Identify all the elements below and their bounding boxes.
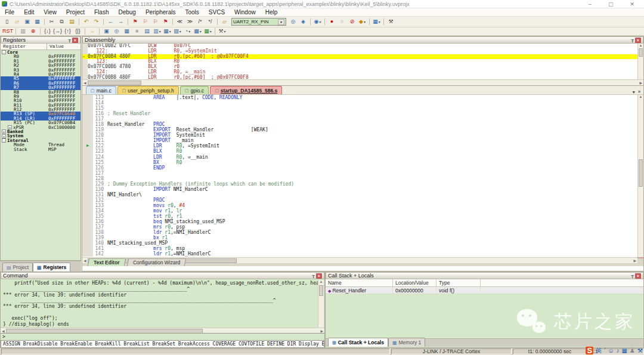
menu-peripherals[interactable]: Peripherals (141, 9, 181, 16)
dropdown-arrow-icon[interactable]: ▾ (210, 29, 212, 33)
tab-memory-1[interactable]: ▦ Memory 1 (388, 338, 425, 347)
code-line[interactable]: 124 LDR R0, =__main (82, 155, 643, 160)
command-output[interactable]: printf("Used size in other HEAPs: %4d (c… (1, 279, 324, 327)
file-tab-user-periph-setup-h[interactable]: ▢user_periph_setup.h (117, 86, 179, 94)
code-line[interactable]: 135 tst r0, r1 (82, 214, 643, 219)
debug-toolbox-button[interactable]: ⚒▾ (218, 27, 227, 35)
command-window-toggle-button[interactable]: ▣ (102, 27, 111, 35)
file-tab-gpio-c[interactable]: ▢gpio.c (180, 86, 209, 94)
window-layout-button[interactable]: ▦▾ (372, 18, 381, 26)
code-editor[interactable]: 113 AREA |.text|, CODE, READONLY11411511… (82, 95, 643, 257)
code-line[interactable]: 129; Dummy Exception Handlers (infinite … (82, 181, 643, 187)
find-button[interactable]: ◎ (289, 18, 298, 26)
registers-window-button[interactable]: ≡ (132, 27, 141, 35)
breakpoint-list-button[interactable]: ◆▾ (358, 18, 367, 26)
disable-breakpoint-button[interactable]: ○ (338, 18, 346, 26)
paste-button[interactable]: ▤ (67, 18, 76, 26)
menu-project[interactable]: Project (61, 9, 89, 16)
stop-button[interactable]: ⊗ (29, 27, 38, 35)
file-tab-startup-da14585-586-s[interactable]: ▢startup_DA14585_586.s (210, 86, 282, 94)
dropdown-arrow-icon[interactable]: ▾ (179, 29, 181, 33)
system-viewer-button[interactable]: ▦▾ (203, 27, 212, 35)
code-line[interactable]: 115 (82, 106, 643, 111)
tab-call-stack-locals[interactable]: ⊞ Call Stack + Locals (328, 338, 388, 347)
code-line[interactable]: 113 AREA |.text|, CODE, READONLY (82, 95, 643, 100)
run-button[interactable]: ▥ (18, 27, 27, 35)
pin-icon[interactable]: ┰ (631, 38, 634, 42)
register-row[interactable]: -Internal (1, 138, 80, 143)
code-line[interactable]: 117 (82, 116, 643, 122)
dropdown-arrow-icon[interactable]: ▾ (159, 29, 161, 33)
code-line[interactable]: 133 movs r0, #4 (82, 203, 643, 208)
close-icon[interactable]: ✕ (316, 273, 322, 279)
comment-selection-button[interactable]: /* (196, 18, 205, 26)
file-tab-main-c[interactable]: ▢main.c (86, 86, 116, 94)
watch-window-button[interactable]: ▥▾ (153, 27, 162, 35)
menu-help[interactable]: Help (261, 9, 283, 16)
serial-window-button[interactable]: ▨▾ (173, 27, 182, 35)
menu-file[interactable]: File (0, 9, 19, 16)
skin-icon[interactable]: ♟ (630, 348, 635, 354)
menu-svcs[interactable]: SVCS (204, 9, 230, 16)
dropdown-arrow-icon[interactable]: ▾ (319, 20, 321, 24)
command-input[interactable]: > (1, 333, 324, 340)
collapse-icon[interactable]: - (2, 50, 6, 54)
call-stack-row[interactable]: ◆Reset_Handler 0x00000000 void f() (326, 287, 643, 294)
save-all-button[interactable]: ▦ (33, 18, 42, 26)
code-line[interactable]: 142 ldr r1,=NMI_HandlerC (82, 251, 643, 257)
copy-button[interactable]: ⧉ (57, 18, 66, 26)
find-next-button[interactable]: ◉▾ (313, 18, 322, 26)
code-line[interactable]: 127 (82, 171, 643, 176)
analysis-window-button[interactable]: ◔▾ (183, 27, 192, 35)
tab-scroll-icon[interactable]: ▼ (631, 90, 636, 94)
dropdown-arrow-icon[interactable]: ▾ (200, 29, 202, 33)
disassembly-vscrollbar[interactable]: ▲ (637, 44, 643, 81)
show-next-statement-button[interactable]: → (88, 27, 97, 35)
symbol-window-button[interactable]: ▦ (122, 27, 131, 35)
code-line[interactable]: 121 IMPORT __main (82, 138, 643, 143)
name-column-header[interactable]: Name (326, 279, 393, 286)
tab-project[interactable]: ▤ Project (2, 263, 33, 271)
menu-tools[interactable]: Tools (181, 9, 204, 16)
dropdown-arrow-icon[interactable]: ▾ (224, 29, 226, 33)
undo-button[interactable]: ↶ (82, 18, 91, 26)
register-row[interactable]: ModeThread (1, 143, 80, 147)
tab-text-editor[interactable]: Text Editor (88, 258, 126, 266)
new-file-button[interactable]: ▯ (2, 18, 11, 26)
tab-close-icon[interactable]: ✕ (637, 89, 641, 94)
voice-input-icon[interactable]: ♪ (617, 348, 620, 354)
save-file-button[interactable]: ▣ (23, 18, 32, 26)
dropdown-arrow-icon[interactable]: ▾ (364, 20, 366, 24)
configure-tools-button[interactable]: ⚒ (386, 18, 395, 26)
find-in-files-button[interactable]: ▱ (220, 18, 229, 26)
collapse-icon[interactable]: - (2, 138, 6, 143)
code-line[interactable]: 116; Reset Handler (82, 111, 643, 116)
navigate-forward-button[interactable]: → (116, 18, 125, 26)
disassembly-content[interactable]: 0x07FC00B2 07FC DCW 0x07FC 122: LDR R0, … (82, 44, 643, 81)
menu-flash[interactable]: Flash (89, 9, 113, 16)
menu-edit[interactable]: Edit (19, 9, 39, 16)
code-line[interactable]: 114 (82, 100, 643, 106)
symbol-combobox[interactable]: UART2_RX_PIN▼ (231, 18, 286, 26)
location-column-header[interactable]: Location/Value (393, 279, 436, 286)
pin-icon[interactable]: ┰ (312, 273, 315, 278)
indent-button[interactable]: ≫ (185, 18, 194, 26)
disassembly-window-toggle-button[interactable]: ◎ (112, 27, 121, 35)
command-vscrollbar[interactable]: ▲ (318, 280, 324, 328)
register-row[interactable]: StackMSP (1, 147, 80, 152)
step-into-button[interactable]: {↓} (43, 27, 52, 35)
outdent-button[interactable]: ≪ (175, 18, 184, 26)
step-over-button[interactable]: {→} (53, 27, 62, 35)
sogou-input-icon[interactable]: S (586, 347, 593, 354)
code-line[interactable]: 119 EXPORT Reset_Handler [WEAK] (82, 127, 643, 132)
cut-button[interactable]: ✂ (47, 18, 56, 26)
code-line[interactable]: 126 ENDP (82, 165, 643, 171)
code-line[interactable]: 125 BX R0 (82, 160, 643, 165)
incremental-find-button[interactable]: ◈ (299, 18, 308, 26)
dropdown-arrow-icon[interactable]: ▾ (379, 20, 380, 24)
code-line[interactable]: 134 mov r1, lr (82, 208, 643, 214)
code-line[interactable]: 137 mrs r0, psp (82, 224, 643, 230)
code-line[interactable]: 120 IMPORT SystemInit (82, 132, 643, 138)
editor-vscrollbar[interactable]: ▲ (637, 95, 643, 257)
input-toolbox-icon[interactable]: ⚒ (637, 348, 643, 354)
